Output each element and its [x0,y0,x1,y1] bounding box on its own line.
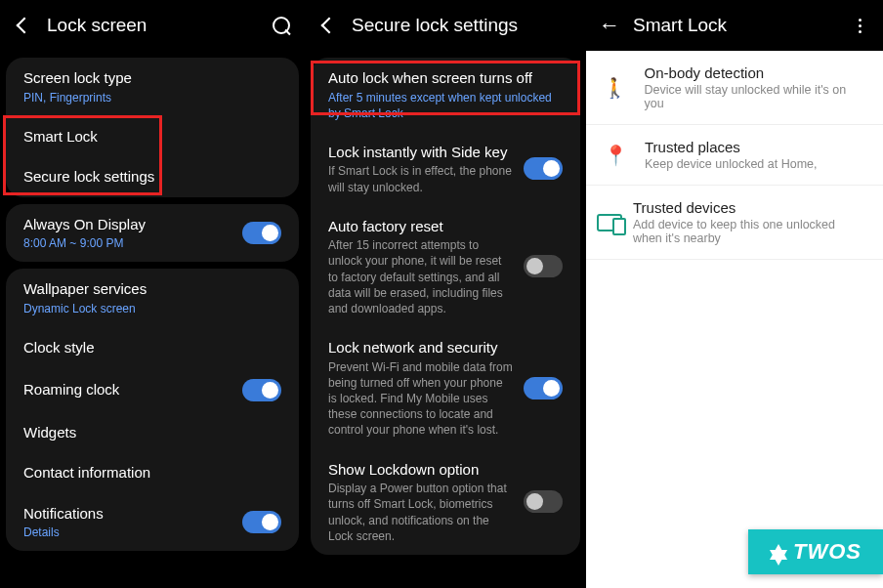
row-title: Widgets [23,423,281,442]
panel-secure-lock-settings: Secure lock settings Auto lock when scre… [305,0,586,588]
row-subtitle: PIN, Fingerprints [23,90,281,105]
row-roaming-clock[interactable]: Roaming clock [6,368,299,412]
row-title: Trusted places [645,139,818,155]
group-lock-basics: Screen lock type PIN, Fingerprints Smart… [6,58,299,197]
walking-person-icon [586,76,645,100]
toggle-auto-factory-reset[interactable] [524,255,563,277]
header-secure-lock: Secure lock settings [305,0,586,51]
page-title: Lock screen [47,15,264,36]
row-subtitle: Device will stay unlocked while it's on … [645,83,867,110]
row-auto-factory-reset[interactable]: Auto factory reset After 15 incorrect at… [311,206,580,327]
row-wallpaper-services[interactable]: Wallpaper services Dynamic Lock screen [6,269,299,327]
row-screen-lock-type[interactable]: Screen lock type PIN, Fingerprints [6,58,299,116]
header-lock-screen: Lock screen [0,0,305,51]
row-subtitle: After 15 incorrect attempts to unlock yo… [328,237,514,316]
page-title: Smart Lock [633,15,842,36]
row-subtitle: If Smart Lock is in effect, the phone wi… [328,163,514,194]
row-subtitle: Display a Power button option that turns… [328,481,514,544]
group-aod: Always On Display 8:00 AM ~ 9:00 PM [6,204,299,263]
panel-lock-screen: Lock screen Screen lock type PIN, Finger… [0,0,305,588]
row-title: Always On Display [23,215,232,234]
row-title: Contact information [23,463,281,483]
row-title: Notifications [23,504,232,524]
row-title: Auto factory reset [328,217,514,236]
search-icon[interactable] [264,8,299,43]
row-title: Show Lockdown option [328,460,514,480]
row-subtitle: Add device to keep this one unlocked whe… [633,218,867,245]
row-title: Wallpaper services [23,279,281,299]
row-title: Secure lock settings [23,167,281,187]
row-widgets[interactable]: Widgets [6,412,299,453]
back-arrow-icon[interactable] [592,8,627,43]
toggle-show-lockdown[interactable] [524,490,563,513]
row-title: Auto lock when screen turns off [328,68,563,88]
toggle-lock-side-key[interactable] [524,157,563,180]
row-title: Screen lock type [23,68,281,88]
back-icon[interactable] [6,8,41,43]
row-title: Smart Lock [23,127,281,147]
row-smart-lock[interactable]: Smart Lock [6,116,299,157]
row-subtitle: Dynamic Lock screen [23,301,281,316]
row-subtitle: 8:00 AM ~ 9:00 PM [23,235,232,251]
row-secure-lock-settings[interactable]: Secure lock settings [6,156,299,197]
row-title: Roaming clock [23,380,232,399]
row-contact-information[interactable]: Contact information [6,452,299,493]
toggle-notifications[interactable] [242,511,281,533]
row-trusted-places[interactable]: Trusted places Keep device unlocked at H… [586,125,883,186]
watermark-text: TWOS [793,539,862,565]
watermark-badge: TWOS [748,529,883,574]
location-pin-icon [586,144,645,167]
row-subtitle: After 5 minutes except when kept unlocke… [328,90,563,121]
row-title: Trusted devices [633,199,867,216]
devices-icon [586,214,633,231]
toggle-roaming-clock[interactable] [242,379,281,401]
watermark-logo-icon [770,544,787,560]
back-icon[interactable] [311,8,346,43]
row-lock-network[interactable]: Lock network and security Prevent Wi-Fi … [311,327,580,448]
row-trusted-devices[interactable]: Trusted devices Add device to keep this … [586,186,883,260]
row-clock-style[interactable]: Clock style [6,327,299,368]
row-title: On-body detection [645,64,867,81]
group-lockscreen-content: Wallpaper services Dynamic Lock screen C… [6,269,299,551]
row-subtitle: Keep device unlocked at Home, [645,157,818,171]
header-smart-lock: Smart Lock [586,0,883,51]
toggle-lock-network[interactable] [524,377,563,399]
row-lock-side-key[interactable]: Lock instantly with Side key If Smart Lo… [311,132,580,206]
page-title: Secure lock settings [352,15,580,36]
panel-smart-lock: Smart Lock On-body detection Device will… [586,0,883,588]
group-secure-lock: Auto lock when screen turns off After 5 … [311,58,580,555]
overflow-menu-icon[interactable] [842,8,877,43]
row-auto-lock[interactable]: Auto lock when screen turns off After 5 … [311,58,580,132]
row-title: Lock network and security [328,338,514,357]
row-subtitle: Details [23,525,232,540]
row-title: Lock instantly with Side key [328,143,514,162]
row-show-lockdown[interactable]: Show Lockdown option Display a Power but… [311,449,580,555]
toggle-aod[interactable] [242,222,281,244]
row-always-on-display[interactable]: Always On Display 8:00 AM ~ 9:00 PM [6,204,299,263]
row-subtitle: Prevent Wi-Fi and mobile data from being… [328,359,514,439]
row-on-body-detection[interactable]: On-body detection Device will stay unloc… [586,51,883,125]
row-title: Clock style [23,338,281,357]
row-notifications[interactable]: Notifications Details [6,493,299,552]
